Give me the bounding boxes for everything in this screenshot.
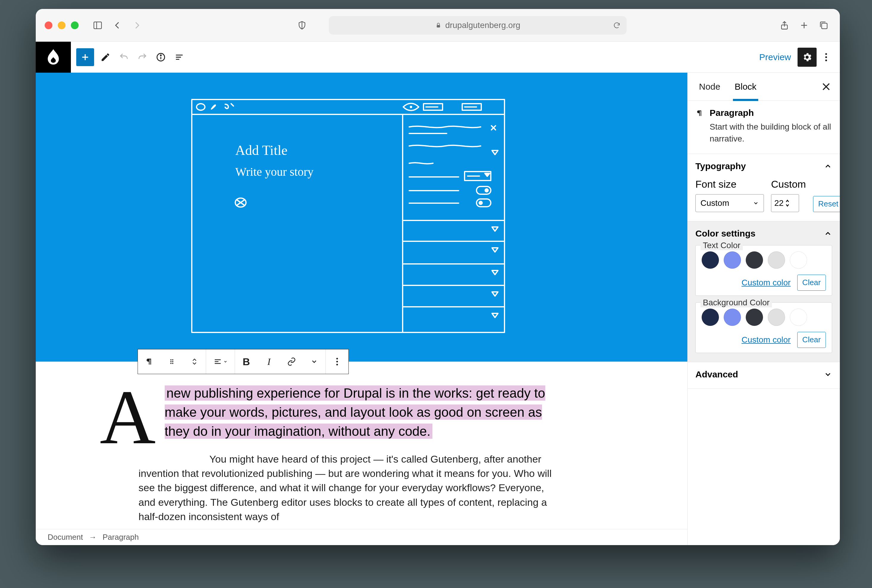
close-sidebar-icon[interactable] (821, 81, 832, 92)
svg-point-49 (170, 361, 172, 362)
svg-point-51 (170, 363, 172, 364)
svg-point-17 (825, 59, 827, 61)
svg-point-47 (170, 359, 172, 360)
tab-node[interactable]: Node (692, 73, 728, 100)
settings-sidebar: Node Block Paragraph Start with the buil… (687, 73, 840, 545)
nav-back-icon[interactable] (110, 18, 124, 33)
swatch[interactable] (768, 309, 785, 326)
text-color-fieldset: Text Color Custom color Clear (695, 245, 832, 296)
swatch[interactable] (768, 251, 785, 268)
bold-icon[interactable]: B (235, 350, 258, 374)
undo-icon[interactable] (117, 50, 131, 64)
new-tab-icon[interactable] (797, 18, 811, 33)
share-icon[interactable] (777, 18, 792, 33)
expand-icon[interactable] (824, 370, 832, 379)
outline-icon[interactable] (172, 50, 186, 64)
swatch[interactable] (790, 251, 807, 268)
link-icon[interactable] (280, 350, 303, 374)
svg-point-56 (336, 358, 338, 360)
swatch[interactable] (724, 251, 741, 268)
font-size-select[interactable]: Custom (695, 194, 764, 212)
advanced-panel[interactable]: Advanced (688, 362, 840, 389)
tabs-overview-icon[interactable] (817, 18, 831, 33)
nav-forward-icon[interactable] (130, 18, 144, 33)
more-rich-text-icon[interactable] (303, 350, 325, 374)
article-content[interactable]: A new publishing experience for Drupal i… (138, 384, 561, 524)
more-options-icon[interactable] (819, 48, 833, 67)
svg-point-11 (160, 55, 162, 56)
close-window[interactable] (45, 21, 52, 29)
font-size-label: Font size (695, 178, 764, 190)
hero-banner: Add Title Write your story (36, 73, 687, 362)
swatch[interactable] (746, 309, 763, 326)
breadcrumb: Document → Paragraph (36, 529, 687, 545)
highlighted-lead: new publishing experience for Drupal is … (165, 386, 545, 439)
tab-block[interactable]: Block (728, 73, 764, 100)
paragraph-icon (695, 108, 704, 118)
custom-bg-color-link[interactable]: Custom color (742, 335, 791, 345)
svg-point-22 (410, 106, 412, 108)
svg-rect-2 (437, 25, 440, 27)
block-description-panel: Paragraph Start with the building block … (688, 100, 840, 154)
swatch[interactable] (724, 309, 741, 326)
redo-icon[interactable] (135, 50, 150, 64)
clear-text-color-button[interactable]: Clear (797, 274, 826, 291)
custom-size-label: Custom (771, 178, 806, 190)
svg-point-15 (825, 53, 827, 55)
reset-font-size-button[interactable]: Reset (813, 196, 840, 212)
color-settings-panel: Color settings Text Color Custom color (688, 221, 840, 362)
browser-window: drupalgutenberg.org (36, 9, 840, 545)
settings-button[interactable] (797, 48, 817, 67)
swatch[interactable] (702, 309, 719, 326)
breadcrumb-separator-icon: → (89, 532, 97, 542)
custom-size-input[interactable]: 22 (771, 194, 799, 212)
collapse-icon[interactable] (824, 230, 832, 238)
body-paragraph[interactable]: You might have heard of this project — i… (138, 452, 561, 524)
background-color-fieldset: Background Color Custom color Clear (695, 302, 832, 353)
swatch[interactable] (702, 251, 719, 268)
breadcrumb-root[interactable]: Document (48, 532, 83, 542)
move-up-down-icon[interactable] (183, 350, 206, 374)
dropcap: A (100, 386, 156, 448)
address-bar[interactable]: drupalgutenberg.org (329, 16, 626, 34)
editor-toolbar: Preview (36, 42, 840, 73)
zoom-window[interactable] (71, 21, 79, 29)
svg-point-48 (172, 359, 173, 360)
lead-paragraph[interactable]: A new publishing experience for Drupal i… (138, 384, 561, 441)
add-block-button[interactable] (76, 48, 94, 66)
svg-point-50 (172, 361, 173, 362)
drag-handle-icon[interactable] (160, 350, 183, 374)
align-icon[interactable] (206, 350, 235, 374)
reload-icon[interactable] (613, 21, 621, 29)
info-icon[interactable] (154, 50, 168, 64)
collapse-icon[interactable] (824, 162, 832, 170)
chevron-down-icon (753, 200, 759, 206)
stepper-icon (785, 199, 790, 207)
browser-chrome: drupalgutenberg.org (36, 9, 840, 42)
swatch[interactable] (746, 251, 763, 268)
svg-point-41 (479, 201, 483, 205)
background-color-legend: Background Color (700, 298, 772, 308)
preview-link[interactable]: Preview (752, 52, 797, 62)
lock-icon (435, 22, 442, 28)
block-more-options-icon[interactable] (326, 350, 348, 374)
sidebar-toggle-icon[interactable] (90, 18, 105, 33)
bg-color-swatches (702, 309, 826, 326)
breadcrumb-current[interactable]: Paragraph (103, 532, 139, 542)
shield-icon[interactable] (295, 18, 309, 33)
svg-rect-6 (822, 23, 827, 28)
custom-text-color-link[interactable]: Custom color (742, 278, 791, 288)
swatch[interactable] (790, 309, 807, 326)
minimize-window[interactable] (58, 21, 66, 29)
italic-icon[interactable]: I (258, 350, 280, 374)
svg-point-38 (484, 188, 489, 192)
text-color-swatches (702, 251, 826, 268)
drupal-logo[interactable] (36, 42, 71, 73)
edit-mode-icon[interactable] (98, 50, 112, 64)
block-toolbar: B I (138, 349, 349, 374)
typography-panel: Typography Font size Custom Custom (688, 154, 840, 221)
block-type-paragraph-icon[interactable] (138, 350, 160, 374)
clear-bg-color-button[interactable]: Clear (797, 332, 826, 348)
editor-canvas: Add Title Write your story (36, 73, 687, 545)
traffic-lights (45, 21, 79, 29)
